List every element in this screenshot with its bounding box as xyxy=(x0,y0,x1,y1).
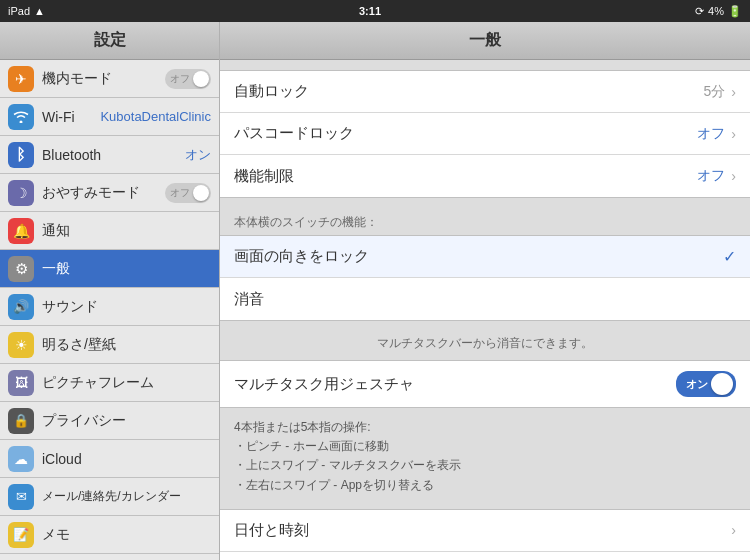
multitask-toggle-label: オン xyxy=(680,377,714,392)
restriction-row[interactable]: 機能制限 オフ › xyxy=(220,155,750,197)
multitask-row[interactable]: マルチタスク用ジェスチャ オン xyxy=(220,360,750,408)
multitask-label: マルチタスク用ジェスチャ xyxy=(234,375,676,394)
sidebar-scroll[interactable]: ✈ 機内モード オフ Wi-Fi KubotaDentalClinic xyxy=(0,60,219,560)
sidebar-item-mail[interactable]: ✉ メール/連絡先/カレンダー xyxy=(0,478,219,516)
mail-label: メール/連絡先/カレンダー xyxy=(42,488,211,505)
signal-icon: ▲ xyxy=(34,5,45,17)
general-label: 一般 xyxy=(42,260,211,278)
sidebar-item-airplane[interactable]: ✈ 機内モード オフ xyxy=(0,60,219,98)
status-bar: iPad ▲ 3:11 ⟳ 4% 🔋 xyxy=(0,0,750,22)
auto-lock-value: 5分 xyxy=(704,83,726,101)
photo-label: ピクチャフレーム xyxy=(42,374,211,392)
mail-icon: ✉ xyxy=(8,484,34,510)
passcode-row[interactable]: パスコードロック オフ › xyxy=(220,113,750,155)
status-left: iPad ▲ xyxy=(8,5,45,17)
memo-label: メモ xyxy=(42,526,211,544)
sidebar-item-general[interactable]: ⚙ 一般 xyxy=(0,250,219,288)
moon-icon: ☽ xyxy=(8,180,34,206)
mute-label: 消音 xyxy=(234,290,736,309)
cloud-icon: ☁ xyxy=(8,446,34,472)
rotation-lock-label: 画面の向きをロック xyxy=(234,247,717,266)
battery-level: 4% xyxy=(708,5,724,17)
sidebar-item-memo[interactable]: 📝 メモ xyxy=(0,516,219,554)
sidebar-item-moon[interactable]: ☽ おやすみモード オフ xyxy=(0,174,219,212)
notification-label: 通知 xyxy=(42,222,211,240)
sidebar-item-privacy[interactable]: 🔒 プライバシー xyxy=(0,402,219,440)
airplane-toggle-knob xyxy=(193,71,209,87)
moon-toggle-knob xyxy=(193,185,209,201)
airplane-toggle-label: オフ xyxy=(167,72,193,86)
photo-icon: 🖼 xyxy=(8,370,34,396)
side-switch-group: 画面の向きをロック ✓ 消音 xyxy=(220,235,750,321)
sound-label: サウンド xyxy=(42,298,211,316)
rotation-icon: ⟳ xyxy=(695,5,704,18)
restriction-label: 機能制限 xyxy=(234,167,697,186)
sidebar-item-brightness[interactable]: ☀ 明るさ/壁紙 xyxy=(0,326,219,364)
restriction-value: オフ xyxy=(697,167,725,185)
sidebar-item-sound[interactable]: 🔊 サウンド xyxy=(0,288,219,326)
battery-icon: 🔋 xyxy=(728,5,742,18)
side-switch-label: 本体横のスイッチの機能： xyxy=(220,208,750,235)
gear-icon: ⚙ xyxy=(8,256,34,282)
main-container: 設定 ✈ 機内モード オフ Wi xyxy=(0,22,750,560)
bell-icon: 🔔 xyxy=(8,218,34,244)
bottom-group: 日付と時刻 › キーボード › 言語環境 › アクセシビリティ › xyxy=(220,509,750,560)
ipad-label: iPad xyxy=(8,5,30,17)
sidebar-item-photo[interactable]: 🖼 ピクチャフレーム xyxy=(0,364,219,402)
auto-lock-row[interactable]: 自動ロック 5分 › xyxy=(220,71,750,113)
passcode-label: パスコードロック xyxy=(234,124,697,143)
memo-icon: 📝 xyxy=(8,522,34,548)
rotation-lock-check: ✓ xyxy=(723,247,736,266)
datetime-row[interactable]: 日付と時刻 › xyxy=(220,510,750,552)
airplane-toggle[interactable]: オフ xyxy=(165,69,211,89)
passcode-value: オフ xyxy=(697,125,725,143)
multitask-description: 4本指または5本指の操作: ・ピンチ - ホーム画面に移動 ・上にスワイプ - … xyxy=(220,410,750,503)
bluetooth-label: Bluetooth xyxy=(42,147,185,163)
auto-lock-label: 自動ロック xyxy=(234,82,704,101)
sidebar-item-wifi[interactable]: Wi-Fi KubotaDentalClinic xyxy=(0,98,219,136)
status-right: ⟳ 4% 🔋 xyxy=(695,5,742,18)
spacer-top xyxy=(220,60,750,70)
bluetooth-value: オン xyxy=(185,146,211,164)
bluetooth-icon: ᛒ xyxy=(8,142,34,168)
datetime-label: 日付と時刻 xyxy=(234,521,725,540)
mute-row[interactable]: 消音 xyxy=(220,278,750,320)
wifi-icon xyxy=(8,104,34,130)
keyboard-row[interactable]: キーボード › xyxy=(220,552,750,560)
brightness-icon: ☀ xyxy=(8,332,34,358)
airplane-icon: ✈ xyxy=(8,66,34,92)
moon-toggle-label: オフ xyxy=(167,186,193,200)
sound-icon: 🔊 xyxy=(8,294,34,320)
auto-lock-chevron: › xyxy=(731,84,736,100)
sidebar-header: 設定 xyxy=(0,22,219,60)
restriction-chevron: › xyxy=(731,168,736,184)
content-area: 一般 自動ロック 5分 › パスコードロック オフ › 機能制限 オフ › 本体… xyxy=(220,22,750,560)
privacy-icon: 🔒 xyxy=(8,408,34,434)
sidebar-item-bluetooth[interactable]: ᛒ Bluetooth オン xyxy=(0,136,219,174)
brightness-label: 明るさ/壁紙 xyxy=(42,336,211,354)
wifi-value: KubotaDentalClinic xyxy=(100,109,211,124)
status-time: 3:11 xyxy=(359,5,381,17)
sidebar-item-reminder[interactable]: ● リマインダー xyxy=(0,554,219,560)
wifi-label: Wi-Fi xyxy=(42,109,100,125)
mute-note: マルチタスクバーから消音にできます。 xyxy=(220,331,750,360)
airplane-label: 機内モード xyxy=(42,70,165,88)
multitask-toggle[interactable]: オン xyxy=(676,371,736,397)
sidebar-item-notification[interactable]: 🔔 通知 xyxy=(0,212,219,250)
content-header: 一般 xyxy=(220,22,750,60)
datetime-chevron: › xyxy=(731,522,736,538)
multitask-toggle-knob xyxy=(711,373,733,395)
moon-label: おやすみモード xyxy=(42,184,165,202)
moon-toggle[interactable]: オフ xyxy=(165,183,211,203)
sidebar: 設定 ✈ 機内モード オフ Wi xyxy=(0,22,220,560)
icloud-label: iCloud xyxy=(42,451,211,467)
lock-group: 自動ロック 5分 › パスコードロック オフ › 機能制限 オフ › xyxy=(220,70,750,198)
rotation-lock-row[interactable]: 画面の向きをロック ✓ xyxy=(220,236,750,278)
passcode-chevron: › xyxy=(731,126,736,142)
privacy-label: プライバシー xyxy=(42,412,211,430)
sidebar-item-icloud[interactable]: ☁ iCloud xyxy=(0,440,219,478)
